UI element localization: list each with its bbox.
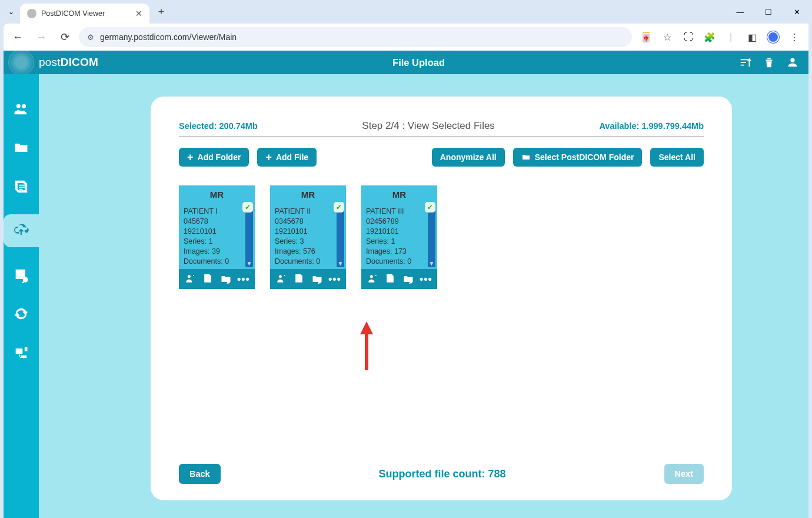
sidebar [4, 74, 39, 518]
reload-button[interactable]: ⟳ [55, 28, 74, 47]
address-bar[interactable]: ⚙ germany.postdicom.com/Viewer/Main [79, 27, 632, 47]
add-document-icon[interactable] [292, 273, 305, 285]
maximize-button[interactable]: ☐ [756, 2, 781, 21]
card-scrollbar[interactable]: ▲▼ [337, 205, 344, 267]
profile-avatar[interactable] [764, 28, 783, 47]
anonymize-all-button[interactable]: Anonymize All [432, 148, 505, 167]
translate-icon[interactable]: 🀄 [637, 28, 655, 47]
patient-id: 02456789 [366, 217, 432, 227]
upload-panel: Selected: 200.74Mb Step 2/4 : View Selec… [151, 97, 732, 500]
annotation-arrow [358, 320, 375, 373]
menu-icon[interactable]: ⋮ [785, 28, 804, 47]
file-card[interactable]: ✓ MR ▲▼ PATIENT II 0345678 19210101 Seri… [270, 185, 346, 289]
sidebar-item-folders[interactable] [10, 137, 32, 159]
page-title: File Upload [98, 57, 739, 68]
bookmark-icon[interactable]: ☆ [658, 28, 677, 47]
site-info-icon[interactable]: ⚙ [87, 33, 94, 42]
select-all-button[interactable]: Select All [650, 148, 704, 167]
sidebar-item-studies[interactable] [10, 175, 32, 198]
new-tab-button[interactable]: + [153, 6, 169, 18]
patient-name: PATIENT III [366, 207, 432, 217]
anonymize-patient-icon[interactable] [366, 273, 379, 285]
file-card[interactable]: ✓ MR ▲▼ PATIENT I 045678 19210101 Series… [179, 185, 255, 289]
patient-date: 19210101 [366, 227, 432, 237]
patient-date: 19210101 [275, 227, 341, 237]
forward-button[interactable]: → [32, 28, 51, 47]
close-window-button[interactable]: ✕ [784, 2, 810, 21]
check-icon[interactable]: ✓ [425, 202, 435, 212]
select-postdicom-folder-button[interactable]: Select PostDICOM Folder [513, 148, 643, 167]
modality-label: MR [361, 185, 437, 203]
user-icon[interactable] [786, 56, 799, 69]
add-folder-button[interactable]: +Add Folder [179, 148, 249, 167]
next-step-button[interactable]: Next [664, 464, 704, 484]
documents-count: Documents: 0 [366, 257, 432, 267]
modality-label: MR [179, 185, 255, 203]
separator: | [721, 28, 740, 47]
documents-count: Documents: 0 [184, 257, 250, 267]
sidepanel-icon[interactable]: ◧ [743, 28, 761, 47]
tab-search-button[interactable]: ⌄ [2, 4, 20, 20]
series-count: Series: 1 [184, 237, 250, 247]
more-icon[interactable]: ••• [237, 273, 250, 285]
app-header: postDICOM File Upload [4, 51, 808, 74]
add-document-icon[interactable] [384, 273, 397, 285]
trash-icon[interactable] [763, 56, 776, 69]
images-count: Images: 576 [275, 247, 341, 257]
move-folder-icon[interactable] [311, 273, 324, 285]
anonymize-patient-icon[interactable] [184, 273, 197, 285]
plus-icon: + [187, 154, 194, 160]
file-card[interactable]: ✓ MR ▲▼ PATIENT III 02456789 19210101 Se… [361, 185, 437, 289]
sidebar-item-worklist[interactable] [10, 264, 32, 286]
documents-count: Documents: 0 [275, 257, 341, 267]
app-logo [4, 51, 39, 74]
brand-text: postDICOM [39, 56, 98, 69]
series-count: Series: 1 [366, 237, 432, 247]
move-folder-icon[interactable] [402, 273, 415, 285]
images-count: Images: 173 [366, 247, 432, 257]
tab-favicon [27, 9, 36, 18]
move-folder-icon[interactable] [219, 273, 232, 285]
extensions-icon[interactable]: 🧩 [700, 28, 719, 47]
crop-icon[interactable]: ⛶ [679, 28, 698, 47]
patient-name: PATIENT II [275, 207, 341, 217]
sidebar-item-sync[interactable] [10, 303, 32, 325]
plus-icon: + [265, 154, 272, 160]
patient-name: PATIENT I [184, 207, 250, 217]
check-icon[interactable]: ✓ [334, 202, 344, 212]
add-file-button[interactable]: +Add File [257, 148, 317, 167]
sidebar-item-share[interactable] [10, 341, 32, 364]
url-text: germany.postdicom.com/Viewer/Main [100, 32, 237, 42]
browser-toolbar: ← → ⟳ ⚙ germany.postdicom.com/Viewer/Mai… [4, 24, 808, 51]
anonymize-patient-icon[interactable] [275, 273, 288, 285]
more-icon[interactable]: ••• [328, 273, 341, 285]
back-step-button[interactable]: Back [179, 464, 221, 484]
patient-id: 0345678 [275, 217, 341, 227]
file-cards: ✓ MR ▲▼ PATIENT I 045678 19210101 Series… [179, 185, 704, 289]
step-label: Step 2/4 : View Selected Files [362, 120, 495, 132]
sidebar-item-patients[interactable] [10, 98, 32, 120]
check-icon[interactable]: ✓ [242, 202, 253, 212]
sidebar-item-upload[interactable] [4, 214, 39, 247]
minimize-button[interactable]: — [727, 2, 753, 21]
series-count: Series: 3 [275, 237, 341, 247]
sort-icon[interactable] [739, 56, 752, 69]
browser-tab[interactable]: PostDICOM Viewer ✕ [20, 4, 149, 24]
card-scrollbar[interactable]: ▲▼ [245, 205, 253, 267]
modality-label: MR [270, 185, 346, 203]
folder-icon [521, 152, 531, 162]
browser-titlebar: ⌄ PostDICOM Viewer ✕ + — ☐ ✕ [0, 0, 812, 24]
more-icon[interactable]: ••• [420, 273, 432, 285]
supported-count-label: Supported file count: 788 [221, 468, 664, 480]
add-document-icon[interactable] [201, 273, 214, 285]
patient-id: 045678 [184, 217, 250, 227]
back-button[interactable]: ← [8, 28, 27, 47]
available-size-label: Available: 1.999.799.44Mb [599, 121, 704, 131]
selected-size-label: Selected: 200.74Mb [179, 121, 258, 131]
card-scrollbar[interactable]: ▲▼ [428, 205, 435, 267]
svg-marker-1 [360, 321, 373, 334]
tab-title: PostDICOM Viewer [41, 9, 131, 18]
images-count: Images: 39 [184, 247, 250, 257]
close-icon[interactable]: ✕ [135, 9, 142, 18]
patient-date: 19210101 [184, 227, 250, 237]
